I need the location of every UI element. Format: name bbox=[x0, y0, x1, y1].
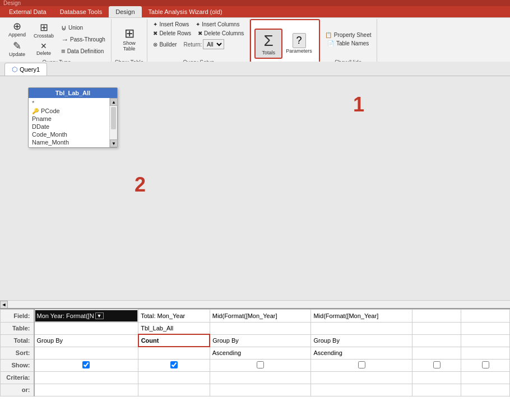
table-scrollbar[interactable]: ▲ ▼ bbox=[109, 98, 117, 147]
delete-columns-button[interactable]: ✖ Delete Columns bbox=[196, 29, 246, 38]
tab-external-data[interactable]: External Data bbox=[2, 6, 53, 17]
show-cell-2[interactable] bbox=[210, 359, 311, 371]
criteria-cell-5[interactable] bbox=[461, 371, 510, 384]
table-cell-2 bbox=[210, 322, 311, 334]
or-cell-2[interactable] bbox=[210, 384, 311, 396]
show-checkbox-4[interactable] bbox=[433, 361, 441, 368]
scrollbar-thumb[interactable] bbox=[111, 107, 116, 129]
insert-columns-button[interactable]: ✦ Insert Columns bbox=[193, 20, 242, 29]
field-cell-2: Mid(Format([Mon_Year] bbox=[210, 310, 311, 323]
horizontal-scrollbar[interactable]: ◄ bbox=[0, 300, 510, 308]
query1-tab[interactable]: ⬡ Query1 bbox=[4, 63, 47, 76]
update-button[interactable]: ✎ Update bbox=[6, 40, 29, 58]
table-header: Tbl_Lab_All bbox=[29, 88, 117, 98]
ribbon-group-show-hide: 📋 Property Sheet 📄 Table Names Show/Hide bbox=[320, 19, 377, 68]
pass-through-button[interactable]: → Pass-Through bbox=[59, 34, 108, 45]
sort-cell-1 bbox=[138, 347, 210, 359]
crosstab-icon: ⊞ bbox=[40, 22, 48, 32]
tab-design[interactable]: Design bbox=[109, 6, 141, 17]
ribbon-group-query-type: ⊕ Append ✎ Update ⊞ Crosstab ✕ D bbox=[2, 19, 112, 68]
builder-button[interactable]: ⊗ Builder bbox=[151, 40, 179, 49]
sort-cell-5 bbox=[461, 347, 510, 359]
table-body: * 🔑 PCode Pname DDate Code_Month Name_Mo… bbox=[29, 98, 117, 147]
total-cell-0: Group By bbox=[34, 334, 138, 347]
delete-rows-button[interactable]: ✖ Delete Rows bbox=[151, 29, 193, 38]
criteria-cell-1[interactable] bbox=[138, 371, 210, 384]
return-select[interactable]: All bbox=[203, 39, 224, 49]
table-field-code-month[interactable]: Code_Month bbox=[29, 130, 117, 138]
data-definition-button[interactable]: ≡ Data Definition bbox=[59, 46, 108, 57]
or-cell-5[interactable] bbox=[461, 384, 510, 396]
step2-label: 2 bbox=[135, 173, 146, 197]
delete-button[interactable]: ✕ Delete bbox=[31, 41, 57, 57]
show-checkbox-0[interactable] bbox=[82, 361, 90, 368]
table-names-button[interactable]: 📄 Table Names bbox=[326, 40, 370, 47]
field-cell-4 bbox=[412, 310, 461, 323]
union-button[interactable]: ⊍ Union bbox=[59, 22, 108, 33]
show-table-icon: ⊞ bbox=[124, 27, 135, 40]
show-cell-3[interactable] bbox=[311, 359, 412, 371]
criteria-cell-2[interactable] bbox=[210, 371, 311, 384]
field-row-header: Field: bbox=[1, 310, 34, 323]
table-field-pname[interactable]: Pname bbox=[29, 115, 117, 123]
show-cell-1[interactable] bbox=[138, 359, 210, 371]
total-cell-5 bbox=[461, 334, 510, 347]
table-field-all: * bbox=[29, 99, 117, 107]
table-field-name-month[interactable]: Name_Month bbox=[29, 138, 117, 146]
show-cell-5[interactable] bbox=[461, 359, 510, 371]
show-cell-0[interactable] bbox=[34, 359, 138, 371]
or-cell-3[interactable] bbox=[311, 384, 412, 396]
union-icon: ⊍ bbox=[61, 24, 67, 32]
field-dropdown-0[interactable]: ▼ bbox=[95, 312, 104, 319]
crosstab-button[interactable]: ⊞ Crosstab bbox=[31, 21, 57, 40]
totals-button[interactable]: Σ Totals bbox=[254, 29, 282, 59]
scroll-left-button[interactable]: ◄ bbox=[0, 301, 8, 309]
sort-row-header: Sort: bbox=[1, 347, 34, 359]
total-cell-1[interactable]: Count bbox=[138, 334, 210, 347]
tab-table-analysis[interactable]: Table Analysis Wizard (old) bbox=[142, 6, 229, 17]
canvas-area: Tbl_Lab_All * 🔑 PCode Pname DDate Code_M… bbox=[0, 76, 510, 300]
table-field-ddate[interactable]: DDate bbox=[29, 123, 117, 130]
criteria-row-header: Criteria: bbox=[1, 371, 34, 384]
show-checkbox-2[interactable] bbox=[257, 361, 264, 368]
delete-icon: ✕ bbox=[40, 42, 47, 50]
criteria-cell-3[interactable] bbox=[311, 371, 412, 384]
or-row: or: bbox=[1, 384, 510, 396]
or-cell-1[interactable] bbox=[138, 384, 210, 396]
property-sheet-button[interactable]: 📋 Property Sheet bbox=[323, 31, 373, 39]
query-tabbar: ⬡ Query1 bbox=[0, 62, 510, 76]
property-sheet-icon: 📋 bbox=[325, 32, 332, 38]
sort-row: Sort: Ascending Ascending bbox=[1, 347, 510, 359]
parameters-button[interactable]: ? Parameters bbox=[282, 31, 316, 56]
show-cell-4[interactable] bbox=[412, 359, 461, 371]
params-icon: ? bbox=[293, 33, 306, 48]
criteria-row: Criteria: bbox=[1, 371, 510, 384]
or-cell-4[interactable] bbox=[412, 384, 461, 396]
field-cell-0[interactable]: Mon Year: Format([N ▼ bbox=[35, 310, 138, 322]
insert-rows-button[interactable]: ✦ Insert Rows bbox=[151, 20, 191, 29]
query-grid: Field: Mon Year: Format([N ▼ Total: Mon_… bbox=[0, 309, 510, 396]
criteria-cell-4[interactable] bbox=[412, 371, 461, 384]
return-label: Return: bbox=[184, 41, 202, 48]
update-icon: ✎ bbox=[13, 41, 21, 51]
append-button[interactable]: ⊕ Append bbox=[6, 20, 29, 39]
table-cell-0 bbox=[34, 322, 138, 334]
criteria-cell-0[interactable] bbox=[34, 371, 138, 384]
show-checkbox-1[interactable] bbox=[170, 361, 178, 368]
append-icon: ⊕ bbox=[13, 21, 21, 31]
show-table-button[interactable]: ⊞ ShowTable bbox=[115, 26, 143, 53]
ribbon-tabs: External Data Database Tools Design Tabl… bbox=[0, 6, 510, 17]
table-field-pcode[interactable]: 🔑 PCode bbox=[29, 107, 117, 115]
field-cell-5 bbox=[461, 310, 510, 323]
total-row: Total: Group By Count Group By Group By bbox=[1, 334, 510, 347]
show-checkbox-5[interactable] bbox=[482, 361, 489, 368]
tab-database-tools[interactable]: Database Tools bbox=[53, 6, 109, 17]
insert-columns-icon: ✦ bbox=[196, 21, 200, 27]
grid-area: Field: Mon Year: Format([N ▼ Total: Mon_… bbox=[0, 308, 510, 420]
ribbon-top: Design bbox=[0, 0, 510, 6]
key-icon: 🔑 bbox=[32, 108, 39, 114]
or-cell-0[interactable] bbox=[34, 384, 138, 396]
table-cell-3 bbox=[311, 322, 412, 334]
sort-cell-2: Ascending bbox=[210, 347, 311, 359]
show-checkbox-3[interactable] bbox=[358, 361, 365, 368]
